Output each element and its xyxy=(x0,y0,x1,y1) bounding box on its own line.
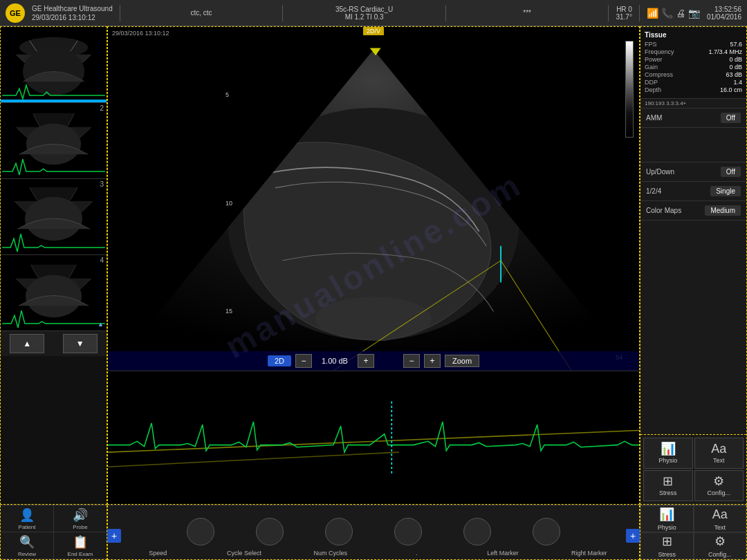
star-status: *** xyxy=(453,9,602,17)
header-divider4 xyxy=(608,5,609,21)
knob-left-marker[interactable] xyxy=(463,518,491,545)
tissue-gain: Gain 0 dB xyxy=(645,64,742,71)
br-config-btn[interactable]: ⚙ Config... xyxy=(694,532,747,559)
thumb1-bar xyxy=(1,100,107,102)
patient-label: Patient xyxy=(19,524,36,530)
thumbnail-panel: 2 3 4 xyxy=(0,26,107,505)
thumbnail-2[interactable]: 2 xyxy=(1,103,107,179)
br-stress-btn[interactable]: ⊞ Stress xyxy=(640,532,694,559)
br-physio-label: Physio xyxy=(658,524,676,531)
tissue-power: Power 0 dB xyxy=(645,56,742,63)
patient-icon: 👤 xyxy=(19,507,35,523)
review-btn[interactable]: 🔍 Review xyxy=(1,532,54,559)
tissue-ddp: DDP 1.4 xyxy=(645,79,742,86)
tissue-title: Tissue xyxy=(645,31,742,39)
tissue-compress: Compress 63 dB xyxy=(645,71,742,78)
2d-minus-btn[interactable]: − xyxy=(295,354,312,368)
ctrl-updown[interactable]: Up/Down Off xyxy=(640,162,746,182)
ecg-strip xyxy=(108,371,639,504)
label-speed: Speed xyxy=(115,550,201,557)
br-stress-icon: ⊞ xyxy=(662,534,672,549)
config-btn[interactable]: ⚙ Config... xyxy=(694,470,744,501)
probe-label: Probe xyxy=(73,524,87,530)
review-label: Review xyxy=(18,551,36,557)
knob-dot4[interactable] xyxy=(394,518,422,545)
zoom-plus-btn[interactable]: + xyxy=(424,354,441,368)
label-cycle-select: Cycle Select xyxy=(201,550,288,557)
wifi-icon: 📶 xyxy=(647,8,658,19)
thumbnail-4[interactable]: 4 ▲ xyxy=(1,255,107,331)
header-divider5 xyxy=(639,5,640,21)
bottom-toolbar: 👤 Patient 🔊 Probe 🔍 Review 📋 End Exam xyxy=(0,505,747,560)
coords-row: 190:193 3.3:3.4+ xyxy=(640,99,746,109)
label-dot4: . xyxy=(374,550,460,557)
2d-value: 1.00 dB xyxy=(316,355,353,366)
mode-label: 2D xyxy=(268,355,291,366)
depth-15: 15 xyxy=(225,308,232,315)
thumb1-image xyxy=(1,27,107,102)
knob-cycle-select[interactable] xyxy=(256,518,284,545)
cam-icon: 📷 xyxy=(688,8,700,19)
thumb4-image xyxy=(1,255,107,330)
nav-arrows: ▲ ▼ xyxy=(1,331,107,356)
stress-btn[interactable]: ⊞ Stress xyxy=(643,470,693,501)
end-exam-btn[interactable]: 📋 End Exam xyxy=(54,532,107,559)
ultrasound-svg xyxy=(108,27,639,371)
ctrl-colormaps[interactable]: Color Maps Medium xyxy=(640,201,746,221)
zoom-minus-btn[interactable]: − xyxy=(403,354,420,368)
bottom-left-panel: 👤 Patient 🔊 Probe 🔍 Review 📋 End Exam xyxy=(0,505,107,560)
ultrasound-view: manualonline.com 29/03/2016 13:10:12 2D/… xyxy=(107,26,640,505)
knob-speed[interactable] xyxy=(187,518,214,545)
probe-icon: 🔊 xyxy=(73,507,88,523)
physio-btn[interactable]: 📊 Physio xyxy=(643,438,693,469)
physio-icon: 📊 xyxy=(661,442,676,455)
label-right-marker: Right Marker xyxy=(546,550,632,557)
tissue-depth: Depth 16.0 cm xyxy=(645,86,742,93)
end-exam-label: End Exam xyxy=(68,551,93,557)
scroll-up-btn[interactable]: ▲ xyxy=(10,334,44,353)
probe-btn[interactable]: 🔊 Probe xyxy=(54,505,107,532)
end-exam-icon: 📋 xyxy=(73,534,88,550)
mode-info: 35c-RS Cardiac_U MI 1.2 TI 0.3 xyxy=(290,6,439,21)
bottom-left-row2: 🔍 Review 📋 End Exam xyxy=(1,532,107,559)
br-physio-btn[interactable]: 📊 Physio xyxy=(640,505,694,532)
label-left-marker: Left Marker xyxy=(460,550,546,557)
text-label: Text xyxy=(713,457,725,464)
main-layout: 2 3 4 xyxy=(0,26,747,505)
plus-right-btn[interactable]: + xyxy=(626,529,640,543)
tissue-info: Tissue FPS 57.6 Frequency 1.7/3.4 MHz Po… xyxy=(640,27,746,99)
br-text-btn[interactable]: Aa Text xyxy=(694,505,747,532)
bottom-knobs xyxy=(187,518,560,545)
thumbnail-1[interactable] xyxy=(1,27,107,103)
ctrl-half[interactable]: 1/2/4 Single xyxy=(640,182,746,201)
right-panel: Tissue FPS 57.6 Frequency 1.7/3.4 MHz Po… xyxy=(640,26,747,505)
zoom-btn[interactable]: Zoom xyxy=(445,355,479,367)
br-text-label: Text xyxy=(714,524,726,531)
svg-rect-16 xyxy=(108,394,639,481)
clock: 13:52:56 01/04/2016 xyxy=(707,6,741,21)
patient-btn[interactable]: 👤 Patient xyxy=(1,505,54,532)
header-bar: GE GE Healthcare Ultrasound 29/03/2016 1… xyxy=(0,0,747,26)
ge-logo: GE xyxy=(6,3,25,23)
depth-10: 10 xyxy=(225,200,232,207)
knob-right-marker[interactable] xyxy=(533,518,560,545)
header-divider1 xyxy=(120,5,120,21)
right-tools: 📊 Physio Aa Text ⊞ Stress ⚙ Config... xyxy=(640,434,746,504)
phone-icon: 📞 xyxy=(661,8,673,19)
ctrl-amm[interactable]: AMM Off xyxy=(640,109,746,128)
plus-left-btn[interactable]: + xyxy=(107,529,121,543)
br-text-icon: Aa xyxy=(712,507,728,522)
svg-point-11 xyxy=(315,297,432,340)
depth-5: 5 xyxy=(225,91,232,98)
thumbnail-3[interactable]: 3 xyxy=(1,179,107,255)
ecg-svg xyxy=(108,371,639,504)
hr-info: HR 0 31.7° xyxy=(616,6,631,21)
text-btn[interactable]: Aa Text xyxy=(694,438,744,469)
thumb2-image xyxy=(1,103,107,178)
header-icons: 📶 📞 🖨 📷 xyxy=(647,8,700,19)
tissue-fps: FPS 57.6 xyxy=(645,41,742,48)
knob-num-cycles[interactable] xyxy=(325,518,353,545)
2d-plus-btn[interactable]: + xyxy=(358,354,374,368)
review-icon: 🔍 xyxy=(19,534,35,550)
scroll-down-btn[interactable]: ▼ xyxy=(63,334,98,353)
